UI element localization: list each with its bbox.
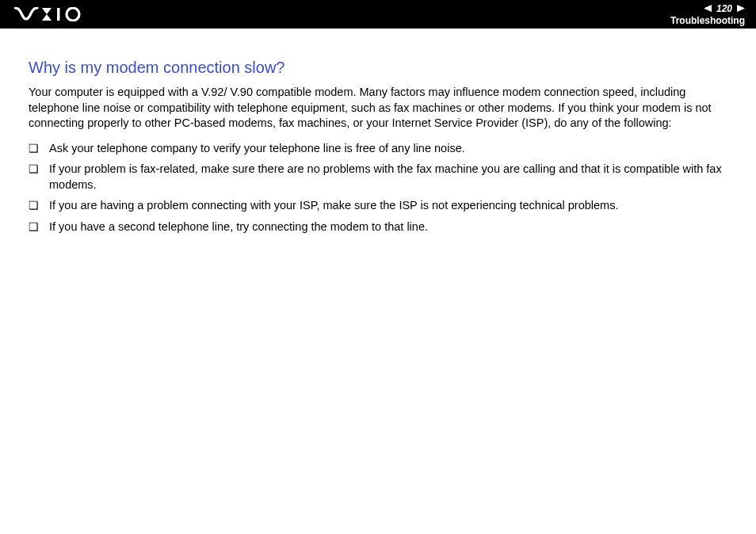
page-content: Why is my modem connection slow? Your co… (0, 29, 756, 235)
bullet-icon: ❑ (29, 198, 49, 213)
bullet-icon: ❑ (29, 162, 49, 177)
header-right: 120 Troubleshooting (670, 3, 745, 26)
header-bar: 120 Troubleshooting (0, 0, 756, 29)
page-prev-icon[interactable] (704, 3, 712, 14)
list-item: ❑ If your problem is fax-related, make s… (29, 162, 727, 193)
svg-point-1 (67, 8, 79, 21)
section-label: Troubleshooting (670, 15, 745, 26)
page-number: 120 (716, 3, 732, 14)
vaio-logo (14, 7, 82, 21)
bullet-list: ❑ Ask your telephone company to verify y… (29, 141, 727, 235)
bullet-text: If your problem is fax-related, make sur… (49, 162, 727, 193)
bullet-icon: ❑ (29, 219, 49, 235)
svg-rect-0 (57, 8, 60, 21)
article-heading: Why is my modem connection slow? (29, 59, 727, 77)
bullet-text: Ask your telephone company to verify you… (49, 141, 727, 157)
bullet-text: If you have a second telephone line, try… (49, 219, 727, 235)
page-next-icon[interactable] (737, 3, 745, 14)
page-navigation: 120 (704, 3, 745, 14)
list-item: ❑ Ask your telephone company to verify y… (29, 141, 727, 157)
bullet-icon: ❑ (29, 141, 49, 156)
bullet-text: If you are having a problem connecting w… (49, 198, 727, 214)
intro-paragraph: Your computer is equipped with a V.92/ V… (29, 85, 727, 132)
list-item: ❑ If you are having a problem connecting… (29, 198, 727, 214)
list-item: ❑ If you have a second telephone line, t… (29, 219, 727, 235)
